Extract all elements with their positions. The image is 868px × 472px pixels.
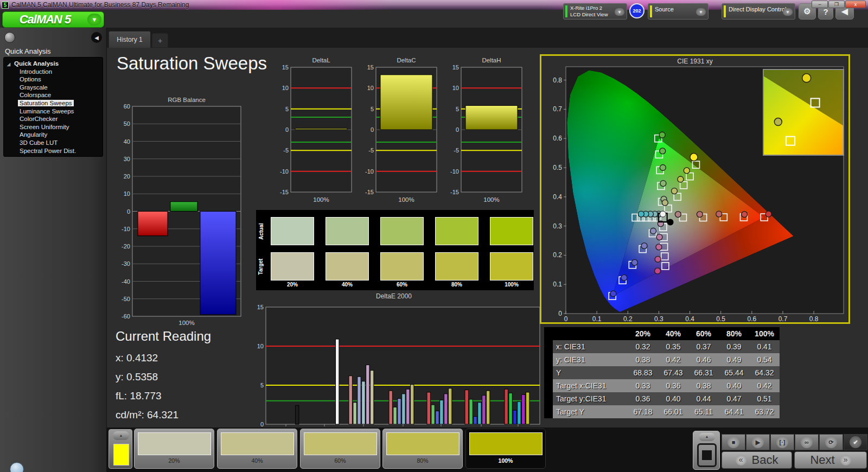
svg-text:40: 40 [124, 138, 130, 145]
sidebar-item-colorspace[interactable]: Colorspace [4, 91, 103, 99]
pattern-button-100%[interactable]: 100% [465, 429, 546, 469]
tab-add-button[interactable]: + [152, 33, 168, 48]
calman-window: 5 CalMAN 5 CalMAN Ultimate for Business … [0, 0, 868, 472]
svg-text:0.6: 0.6 [553, 135, 562, 142]
stop-icon: ■ [727, 436, 739, 448]
workflow-radio-icon[interactable] [4, 32, 15, 43]
sidebar-item-angularity[interactable]: Angularity [4, 131, 103, 139]
meter-status-bar [565, 5, 567, 17]
chevron-down-icon[interactable]: ▼ [696, 8, 706, 16]
minimize-button[interactable]: – [812, 1, 828, 8]
display-control-status-bar [724, 5, 726, 17]
play-button[interactable]: ▶ [746, 434, 770, 450]
target-swatch-60% [380, 252, 424, 280]
peek-icon [10, 462, 24, 472]
play-icon: ▶ [752, 436, 764, 448]
svg-text:0.5: 0.5 [553, 164, 562, 171]
chevron-right-icon: » [840, 455, 851, 465]
svg-text:100%: 100% [313, 196, 329, 203]
accept-button[interactable]: ✔ [844, 434, 867, 450]
svg-text:-10: -10 [365, 168, 374, 175]
svg-text:60: 60 [124, 103, 130, 110]
pattern-button-80%[interactable]: 80% [382, 429, 463, 469]
pattern-window-tile[interactable]: ▲ [108, 429, 132, 469]
svg-text:-5: -5 [454, 147, 459, 154]
sidebar-item-luminance-sweeps[interactable]: Luminance Sweeps [4, 107, 103, 116]
svg-text:0.1: 0.1 [592, 315, 602, 322]
sidebar-item-introduction[interactable]: Introduction [4, 68, 103, 76]
logo-dropdown-icon[interactable]: ▼ [87, 14, 101, 25]
source-dropdown[interactable]: Source ▼ [648, 3, 709, 20]
sidebar-item-screen-uniformity[interactable]: Screen Uniformity [4, 123, 103, 131]
pattern-button-20%[interactable]: 20% [134, 429, 214, 469]
close-button[interactable]: x [845, 1, 866, 8]
svg-text:100%: 100% [178, 320, 194, 326]
calman-logo[interactable]: CalMAN 5 ▼ [2, 11, 104, 28]
actual-target-swatches: ActualTarget20%40%60%80%100% [256, 210, 534, 290]
continuous-button[interactable]: ∞ [795, 434, 819, 450]
continuous-icon: ∞ [801, 436, 813, 448]
arrow-up-icon[interactable]: ▲ [113, 431, 129, 440]
swatch-col-label: 100% [490, 282, 533, 288]
sidebar-item-spectral-power-dist-[interactable]: Spectral Power Dist. [4, 147, 103, 155]
svg-text:0: 0 [456, 126, 459, 133]
svg-text:15: 15 [282, 64, 289, 71]
svg-text:10: 10 [452, 85, 459, 91]
sidebar-item-saturation-sweeps[interactable]: Saturation Sweeps [4, 99, 103, 107]
svg-text:5: 5 [371, 106, 374, 112]
svg-text:0.2: 0.2 [553, 251, 562, 259]
svg-text:-50: -50 [122, 296, 130, 302]
rgb-balance-chart: RGB Balance-60-50-40-30-20-1001020304050… [115, 95, 243, 326]
meter-line2: LCD Direct View [570, 11, 608, 17]
svg-text:DeltaH: DeltaH [482, 57, 501, 63]
chevron-down-icon[interactable]: ▼ [615, 8, 624, 16]
table-row: Y68.8367.4366.3165.4464.32 [544, 366, 780, 379]
pattern-button-40%[interactable]: 40% [217, 429, 297, 469]
help-icon: ? [823, 7, 828, 16]
chevron-down-icon[interactable]: ▼ [783, 8, 793, 16]
actual-swatch-60% [380, 217, 424, 245]
window-title: CalMAN 5 CalMAN Ultimate for Business 87… [11, 1, 189, 9]
svg-text:20: 20 [124, 173, 130, 180]
sidebar-item-quick-analysis[interactable]: ◢Quick Analysis [4, 60, 103, 68]
step-button[interactable]: [·] [770, 434, 794, 450]
svg-text:0.5: 0.5 [716, 315, 725, 322]
svg-text:0.4: 0.4 [685, 315, 694, 322]
swatch-col-label: 60% [380, 282, 424, 288]
sidebar-item-3d-cube-lut[interactable]: 3D Cube LUT [4, 139, 103, 147]
svg-text:0.3: 0.3 [553, 222, 562, 230]
refresh-button[interactable]: ⟳ [819, 434, 843, 450]
transport-stop-tile[interactable]: ▲ [693, 431, 720, 470]
actual-swatch-20% [271, 217, 314, 245]
page-title: Saturation Sweeps [117, 53, 267, 74]
meter-dropdown[interactable]: X-Rite i1Pro 2 LCD Direct View ▼ [563, 3, 627, 20]
delta-e-chart: DeltaE 2000051015010020%40%60%80%100% [254, 291, 544, 429]
restore-button[interactable]: ❐ [828, 1, 845, 8]
tab-history-1[interactable]: History 1 [108, 31, 151, 48]
pattern-button-60%[interactable]: 60% [300, 429, 380, 469]
svg-text:0.7: 0.7 [778, 315, 788, 322]
svg-text:0: 0 [285, 126, 289, 133]
table-row: Target y:CIE310.360.400.440.470.51 [544, 392, 780, 405]
target-swatch-80% [435, 252, 478, 280]
arrow-up-icon[interactable]: ▲ [699, 433, 715, 441]
target-swatch-40% [326, 252, 369, 280]
display-control-dropdown[interactable]: Direct Display Control ▼ [722, 3, 795, 20]
svg-text:5: 5 [260, 382, 264, 388]
svg-text:0.8: 0.8 [553, 76, 562, 84]
stop-button[interactable]: ■ [722, 434, 745, 450]
workflow-tree: ◢Quick AnalysisIntroductionOptionsGraysc… [3, 57, 103, 157]
svg-text:0.1: 0.1 [553, 280, 562, 288]
sidebar-item-colorchecker[interactable]: ColorChecker [4, 115, 103, 123]
sidebar-item-grayscale[interactable]: Grayscale [4, 84, 103, 92]
svg-text:0.3: 0.3 [654, 315, 663, 322]
next-label: Next [810, 453, 834, 467]
svg-text:-15: -15 [280, 189, 289, 195]
swatch-col-label: 20% [271, 282, 314, 288]
svg-text:5: 5 [456, 106, 459, 112]
next-button[interactable]: Next » [794, 451, 867, 469]
sidebar-collapse-icon[interactable]: ◀ [91, 32, 102, 43]
sidebar-item-options[interactable]: Options [4, 75, 103, 84]
back-button[interactable]: « Back [722, 451, 792, 469]
svg-text:-10: -10 [122, 226, 130, 232]
